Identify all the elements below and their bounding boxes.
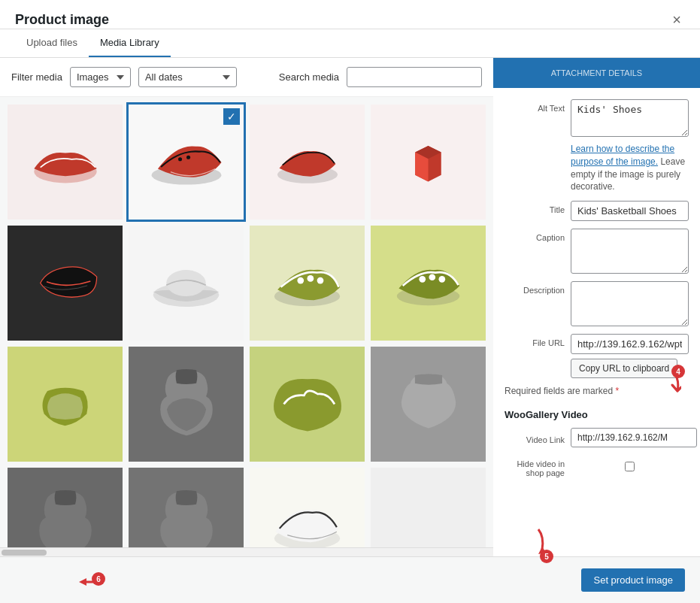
filter-label: Filter media	[11, 71, 62, 83]
close-button[interactable]: ×	[668, 11, 685, 29]
media-item[interactable]	[250, 347, 365, 462]
modal-body: Filter media Images Audio Video All date…	[0, 58, 700, 556]
annotation-6: 6	[75, 571, 102, 595]
media-item[interactable]	[8, 347, 123, 462]
details-panel: ATTACHMENT DETAILS Alt Text Kids' Shoes …	[493, 58, 700, 556]
title-label: Title	[505, 201, 565, 214]
file-url-input[interactable]	[571, 334, 689, 354]
modal-tabs: Upload files Media Library	[0, 29, 700, 58]
modal-footer: 5 6 Set product image	[0, 556, 700, 603]
media-item[interactable]: ✓	[129, 105, 244, 220]
svg-point-9	[308, 275, 314, 282]
search-input[interactable]	[347, 67, 482, 87]
svg-point-3	[186, 155, 190, 159]
title-field-row: Title	[505, 201, 689, 221]
badge-5: 5	[540, 550, 553, 563]
caption-label: Caption	[505, 229, 565, 242]
hide-video-row: Hide video in shop page	[505, 455, 689, 477]
media-item[interactable]	[250, 226, 365, 341]
learn-link[interactable]: Learn how to describe the purpose of the…	[571, 144, 674, 167]
media-type-select[interactable]: Images Audio Video	[70, 67, 131, 87]
badge-6: 6	[92, 572, 105, 586]
product-image-modal: Product image × Upload files Media Libra…	[0, 0, 700, 603]
media-item[interactable]	[8, 105, 123, 220]
svg-point-10	[317, 277, 324, 283]
alt-text-label: Alt Text	[505, 99, 565, 113]
media-item[interactable]	[8, 468, 123, 547]
media-item[interactable]	[129, 468, 244, 547]
tab-media-library[interactable]: Media Library	[89, 29, 171, 57]
svg-marker-17	[79, 578, 86, 586]
media-item[interactable]	[129, 347, 244, 462]
tab-upload[interactable]: Upload files	[15, 29, 89, 57]
media-item[interactable]	[371, 347, 486, 462]
svg-point-13	[429, 274, 435, 280]
search-label: Search media	[279, 71, 339, 83]
learn-text: Learn how to describe the purpose of the…	[571, 143, 689, 193]
selected-checkmark: ✓	[223, 108, 240, 125]
svg-point-14	[438, 276, 445, 283]
video-link-label: Video Link	[505, 431, 565, 444]
description-label: Description	[505, 281, 565, 295]
modal-title: Product image	[15, 12, 109, 28]
media-item[interactable]	[8, 226, 123, 341]
filter-bar: Filter media Images Audio Video All date…	[0, 58, 493, 97]
annotation-4: 4	[651, 368, 681, 408]
media-item[interactable]	[371, 226, 486, 341]
video-input-wrap: ▶	[571, 428, 700, 447]
description-field-row: Description	[505, 281, 689, 326]
media-section: Filter media Images Audio Video All date…	[0, 58, 493, 556]
description-input[interactable]	[571, 281, 689, 326]
media-date-select[interactable]: All dates January 2024 December 2023	[138, 67, 237, 87]
svg-point-8	[297, 277, 304, 283]
hide-video-label: Hide video in shop page	[505, 455, 565, 477]
attachment-preview-top: ATTACHMENT DETAILS	[493, 58, 700, 88]
video-link-input[interactable]	[571, 428, 697, 447]
media-item[interactable]	[250, 105, 365, 220]
svg-point-12	[419, 276, 426, 283]
media-item[interactable]	[129, 226, 244, 341]
file-url-label: File URL	[505, 334, 565, 347]
woogallery-section: WooGallery Video Video Link ▶ Hide video…	[505, 409, 689, 485]
alt-text-input[interactable]: Kids' Shoes	[571, 99, 689, 137]
scroll-bar[interactable]	[0, 547, 493, 556]
hide-video-checkbox[interactable]	[571, 462, 689, 471]
media-item[interactable]	[371, 468, 486, 547]
alt-text-field-row: Alt Text Kids' Shoes Learn how to descri…	[505, 99, 689, 193]
media-item[interactable]	[250, 468, 365, 547]
annotation-5: 5	[523, 526, 550, 562]
media-grid: ✓	[8, 105, 486, 547]
svg-point-2	[178, 157, 182, 161]
caption-input[interactable]	[571, 229, 689, 274]
title-input[interactable]	[571, 201, 689, 221]
caption-field-row: Caption	[505, 229, 689, 274]
woogallery-title: WooGallery Video	[505, 409, 689, 420]
set-product-image-button[interactable]: Set product image	[581, 568, 685, 592]
media-grid-container[interactable]: ✓	[0, 97, 493, 547]
modal-header: Product image ×	[0, 0, 700, 29]
required-star: *	[615, 386, 619, 396]
video-link-row: Video Link ▶	[505, 428, 689, 447]
media-item[interactable]	[371, 105, 486, 220]
